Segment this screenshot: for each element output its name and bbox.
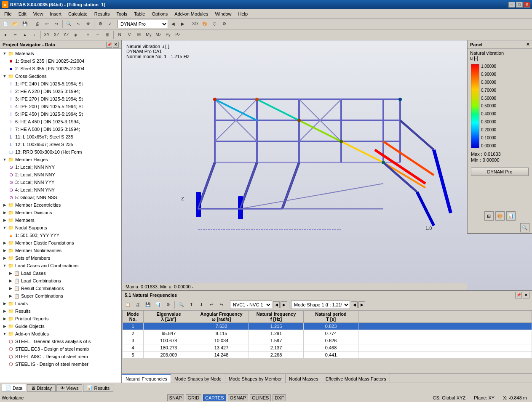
bottom-nav-results[interactable]: 📊 Results <box>83 384 113 392</box>
bottom-nav-display[interactable]: 🖥 Display <box>27 384 56 392</box>
toolbar-zoom-in[interactable]: + <box>83 30 93 40</box>
res-toolbar-btn-2[interactable]: 🖨 <box>133 300 142 309</box>
toolbar-nav-next[interactable]: ▶ <box>178 19 187 29</box>
tree-toggle-go[interactable]: ▶ <box>2 323 8 329</box>
close-button[interactable]: ✕ <box>524 2 530 8</box>
table-row-2[interactable]: 2 65.847 8.115 1.291 0.774 <box>123 330 532 337</box>
tree-cs3[interactable]: I 3: IPE 270 | DIN 1025-5:1994; St <box>0 95 121 103</box>
toolbar-label-my[interactable]: My <box>144 30 153 40</box>
tree-cs5[interactable]: I 5: IPE 450 | DIN 1025-5:1994; St <box>0 110 121 118</box>
tree-toggle-me[interactable]: ▶ <box>2 202 8 208</box>
toolbar-view-xz[interactable]: XZ <box>52 30 61 40</box>
table-row-5[interactable]: 5 203.009 14.248 2.268 0.441 <box>123 351 532 359</box>
tree-steel-aisc[interactable]: ⬡ STEEL AISC - Design of steel mem <box>0 353 121 360</box>
tree-steel-gen[interactable]: ⬡ STEEL - General stress analysis of s <box>0 338 121 345</box>
toolbar-save[interactable]: 💾 <box>20 19 29 29</box>
tree-mat2[interactable]: ■ 2: Steel S 355 | EN 10025-2:2004 <box>0 65 121 72</box>
tree-load-combinations[interactable]: ▶ 📋 Load Combinations <box>0 277 121 285</box>
tree-toggle-ns[interactable]: ▼ <box>2 225 8 231</box>
res-toolbar-btn-9[interactable]: ↩ <box>207 300 216 309</box>
res-nav-prev[interactable]: ◀ <box>273 301 280 308</box>
tab-mode-shapes-member[interactable]: Mode Shapes by Member <box>225 374 286 383</box>
res-nav-next-2[interactable]: ▶ <box>358 301 365 308</box>
results-combo-2[interactable]: Mode Shape 1 (f : 1.215 Hz) <box>291 301 350 309</box>
tree-toggle-md[interactable]: ▶ <box>2 210 8 216</box>
tree-super-combinations[interactable]: ▶ 📋 Super Combinations <box>0 292 121 300</box>
tree-steel-ec3[interactable]: ⬡ STEEL EC3 - Design of steel memb <box>0 345 121 353</box>
tab-mode-shapes-node[interactable]: Mode Shapes by Node <box>171 374 225 383</box>
tree-member-divisions[interactable]: ▶ 📁 Member Divisions <box>0 209 121 216</box>
menu-options[interactable]: Options <box>148 11 171 17</box>
toolbar-3d[interactable]: 3D <box>190 19 200 29</box>
toolbar-zoom[interactable]: 🔍 <box>64 19 73 29</box>
results-combo-1[interactable]: NVC1 - NVC 1 <box>230 301 272 309</box>
tree-toggle-results[interactable]: ▶ <box>2 308 8 314</box>
toolbar-label-n[interactable]: N <box>115 30 124 40</box>
res-toolbar-btn-1[interactable]: 📋 <box>123 300 132 309</box>
tree-load-cases-combo[interactable]: ▼ 📁 Load Cases and Combinations <box>0 262 121 269</box>
toolbar-render[interactable]: 🎨 <box>200 19 209 29</box>
tree-cs7[interactable]: I 7: HE A 500 | DIN 1025-3:1994; <box>0 125 121 133</box>
table-row-1[interactable]: 1 7.632 1.215 0.823 <box>123 323 532 330</box>
bottom-nav-data[interactable]: 📄 Data <box>2 384 26 392</box>
tree-cs13[interactable]: □ 13: RRO 500x300x10 (Hot Form <box>0 148 121 156</box>
toolbar-move[interactable]: ✥ <box>83 19 93 29</box>
tree-mh1[interactable]: ⊙ 1: Local; NNN NYY <box>0 163 121 171</box>
tree-cs12[interactable]: L 12: L 100x65x7; Steel S 235 <box>0 141 121 148</box>
tree-toggle-rc[interactable]: ▶ <box>8 285 13 291</box>
res-toolbar-btn-3[interactable]: 💾 <box>143 300 152 309</box>
res-toolbar-btn-6[interactable]: 🔍 <box>176 300 186 309</box>
toolbar-calculate[interactable]: ⚙ <box>96 19 105 29</box>
toolbar-undo[interactable]: ↩ <box>42 19 51 29</box>
toolbar-view-yz[interactable]: YZ <box>61 30 71 40</box>
status-grid[interactable]: GRID <box>186 394 202 401</box>
panel-zoom-icon[interactable]: 🔍 <box>520 223 529 232</box>
status-osnap[interactable]: OSNAP <box>228 394 249 401</box>
toolbar-zoom-all[interactable]: ⊞ <box>103 30 112 40</box>
tree-cs6[interactable]: I 6: HE A 450 | DIN 1025-3:1994; <box>0 118 121 125</box>
toolbar-select[interactable]: ↖ <box>74 19 83 29</box>
tree-sets-of-members[interactable]: ▶ 📁 Sets of Members <box>0 254 121 262</box>
results-header-controls[interactable]: 📌 ✕ <box>515 292 529 298</box>
tree-materials[interactable]: ▼ 📁 Materials <box>0 50 121 57</box>
results-close-button[interactable]: ✕ <box>523 292 529 298</box>
tree-printout[interactable]: ▶ 📁 Printout Reports <box>0 315 121 322</box>
res-toolbar-btn-5[interactable]: ⚙ <box>163 300 173 309</box>
toolbar-load[interactable]: ↓ <box>30 30 39 40</box>
toolbar-node[interactable]: ● <box>1 30 10 40</box>
tree-cs11[interactable]: L 11: L 100x65x7; Steel S 235 <box>0 133 121 141</box>
tree-member-nonlinear[interactable]: ▶ 📁 Member Nonlinearities <box>0 247 121 254</box>
tab-natural-frequencies[interactable]: Natural Frequencies <box>122 374 171 383</box>
tree-toggle-sc[interactable]: ▶ <box>8 293 13 299</box>
status-snap[interactable]: SNAP <box>167 394 184 401</box>
tree-nodal-supports[interactable]: ▼ 📁 Nodal Supports <box>0 224 121 232</box>
toolbar-view-xy[interactable]: XY <box>42 30 51 40</box>
tree-toggle-mh[interactable]: ▼ <box>2 157 8 162</box>
toolbar-label-m[interactable]: M <box>134 30 144 40</box>
status-glines[interactable]: GLINES <box>250 394 271 401</box>
toolbar-open[interactable]: 📂 <box>11 19 20 29</box>
toolbar-label-pz[interactable]: Pz <box>173 30 182 40</box>
tree-toggle-addon[interactable]: ▼ <box>2 331 8 337</box>
menu-calculate[interactable]: Calculate <box>65 11 91 17</box>
tree-guide-objects[interactable]: ▶ 📁 Guide Objects <box>0 322 121 330</box>
menu-table[interactable]: Table <box>131 11 148 17</box>
menu-tools[interactable]: Tools <box>113 11 131 17</box>
panel-close-button[interactable]: ✕ <box>526 42 529 47</box>
tab-nodal-masses[interactable]: Nodal Masses <box>286 374 322 383</box>
tree-addon[interactable]: ▼ 📁 Add-on Modules <box>0 330 121 338</box>
title-bar-controls[interactable]: ─ □ ✕ <box>508 2 530 8</box>
tree-toggle-mn[interactable]: ▶ <box>2 248 8 253</box>
menu-addon[interactable]: Add-on Modules <box>171 11 211 17</box>
tree-members[interactable]: ▶ 📁 Members <box>0 216 121 224</box>
nav-close-button[interactable]: ✕ <box>113 42 119 48</box>
panel-icon-1[interactable]: ⊞ <box>484 211 494 221</box>
tree-toggle-mef[interactable]: ▶ <box>2 240 8 246</box>
tab-effective-modal[interactable]: Effective Modal Mass Factors <box>322 374 390 383</box>
tree-toggle-printout[interactable]: ▶ <box>2 316 8 322</box>
toolbar-check[interactable]: ✓ <box>105 19 115 29</box>
table-row-4[interactable]: 4 180.273 13.427 2.137 0.468 <box>123 344 532 351</box>
tree-mh4[interactable]: ⊙ 4: Local; NNN YNY <box>0 186 121 194</box>
tree-mh5[interactable]: ⊙ 5: Global; NNN NSS <box>0 194 121 201</box>
toolbar-settings[interactable]: ⚙ <box>219 19 229 29</box>
